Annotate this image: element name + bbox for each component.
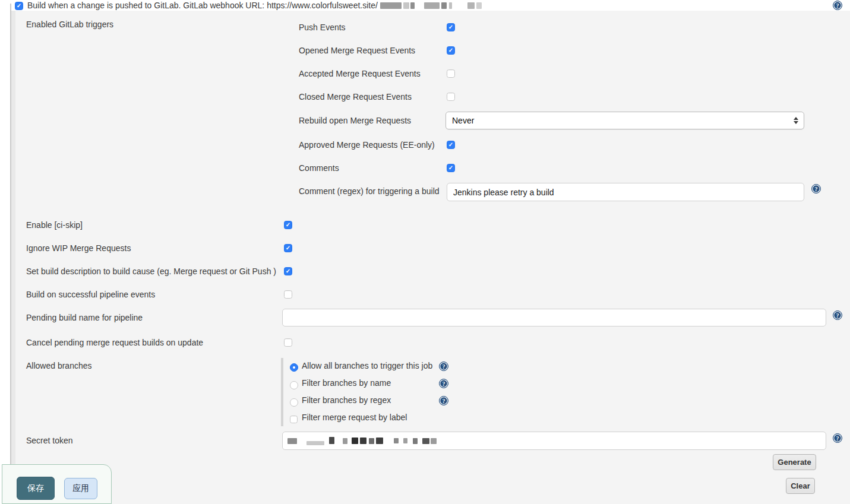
filter-branches-by-regex-label: Filter branches by regex xyxy=(302,395,391,405)
filter-mr-by-label-label: Filter merge request by label xyxy=(302,413,407,422)
build-when-pushed-label: Build when a change is pushed to GitLab.… xyxy=(27,1,378,10)
filter-branches-by-regex-radio[interactable] xyxy=(290,398,298,407)
build-when-pushed-checkbox[interactable] xyxy=(15,2,23,10)
filter-branches-by-name-radio[interactable] xyxy=(290,381,298,389)
help-icon[interactable] xyxy=(439,379,448,388)
help-icon[interactable] xyxy=(833,1,842,10)
cancel-pending-label: Cancel pending merge request builds on u… xyxy=(26,338,203,347)
rebuild-open-mr-selected-value: Never xyxy=(452,116,474,125)
opened-mr-events-checkbox[interactable] xyxy=(447,46,455,55)
push-events-checkbox[interactable] xyxy=(447,23,455,31)
closed-mr-events-checkbox[interactable] xyxy=(447,93,455,101)
ci-skip-checkbox[interactable] xyxy=(284,221,292,229)
allow-all-branches-label: Allow all branches to trigger this job xyxy=(302,361,432,370)
build-when-pushed-row: Build when a change is pushed to GitLab.… xyxy=(27,0,482,11)
accepted-mr-events-checkbox[interactable] xyxy=(447,69,455,78)
cancel-pending-checkbox[interactable] xyxy=(284,338,292,347)
help-icon[interactable] xyxy=(833,433,842,443)
filter-mr-by-label-checkbox[interactable] xyxy=(290,416,298,423)
ci-skip-label: Enable [ci-skip] xyxy=(26,220,83,230)
help-icon[interactable] xyxy=(811,184,821,194)
select-stepper-icon xyxy=(794,117,798,124)
ignore-wip-checkbox[interactable] xyxy=(284,244,292,252)
trigger-config-panel xyxy=(11,11,850,504)
enabled-triggers-label: Enabled GitLab triggers xyxy=(26,20,113,29)
clear-button[interactable]: Clear xyxy=(786,478,815,494)
allowed-branches-label: Allowed branches xyxy=(26,361,92,370)
section-indent-shade xyxy=(11,11,15,464)
build-description-label: Set build description to build cause (eg… xyxy=(26,267,276,276)
save-button[interactable]: 保存 xyxy=(17,477,55,500)
pipeline-events-checkbox[interactable] xyxy=(284,290,292,299)
ignore-wip-label: Ignore WIP Merge Requests xyxy=(26,243,131,253)
accepted-mr-events-label: Accepted Merge Request Events xyxy=(299,69,421,78)
pipeline-events-label: Build on successful pipeline events xyxy=(26,290,155,299)
secret-token-label: Secret token xyxy=(26,436,73,445)
rebuild-open-mr-select[interactable]: Never xyxy=(445,112,804,129)
secret-token-input[interactable] xyxy=(282,432,826,450)
allow-all-branches-radio[interactable] xyxy=(290,363,298,372)
rebuild-open-mr-label: Rebuild open Merge Requests xyxy=(299,116,411,125)
approved-mr-checkbox[interactable] xyxy=(447,141,455,149)
build-description-checkbox[interactable] xyxy=(284,267,292,275)
comment-regex-label: Comment (regex) for triggering a build xyxy=(299,186,440,196)
push-events-label: Push Events xyxy=(299,23,346,32)
help-icon[interactable] xyxy=(439,396,448,405)
webhook-url-redacted xyxy=(380,2,482,9)
allowed-branches-indent-line xyxy=(281,358,283,426)
apply-button[interactable]: 应用 xyxy=(64,478,97,499)
pending-build-name-input[interactable] xyxy=(282,309,826,327)
help-icon[interactable] xyxy=(833,310,842,320)
generate-button[interactable]: Generate xyxy=(773,454,816,470)
comment-regex-input[interactable] xyxy=(447,183,804,201)
comments-label: Comments xyxy=(299,163,339,173)
opened-mr-events-label: Opened Merge Request Events xyxy=(299,46,415,55)
help-icon[interactable] xyxy=(439,362,448,371)
pending-build-name-label: Pending build name for pipeline xyxy=(26,313,143,322)
filter-branches-by-name-label: Filter branches by name xyxy=(302,378,391,388)
closed-mr-events-label: Closed Merge Request Events xyxy=(299,92,412,102)
approved-mr-label: Approved Merge Requests (EE-only) xyxy=(299,140,435,150)
secret-token-redacted xyxy=(287,438,437,445)
comments-checkbox[interactable] xyxy=(447,164,455,172)
